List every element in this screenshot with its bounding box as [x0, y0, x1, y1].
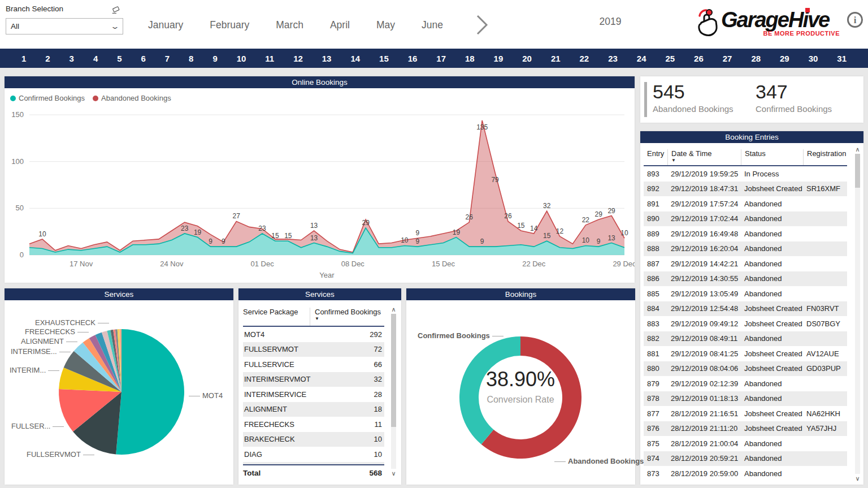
online-bookings-area-chart[interactable]: 05010015017 Nov24 Nov01 Dec08 Dec15 Dec2… — [5, 88, 635, 283]
day-filter-21[interactable]: 21 — [551, 54, 561, 63]
next-months-arrow-icon[interactable] — [474, 14, 489, 36]
day-filter-25[interactable]: 25 — [665, 54, 675, 63]
col-service-package[interactable]: Service Package — [243, 308, 310, 326]
cell: Abandoned — [741, 244, 803, 253]
online-bookings-panel: Online Bookings Confirmed Bookings Aband… — [5, 76, 635, 283]
day-filter-26[interactable]: 26 — [694, 54, 704, 63]
booking-entry-row-874[interactable]: 87428/12/2019 20:59:21Abandoned — [644, 451, 847, 467]
col-status[interactable]: Status — [741, 149, 803, 165]
day-filter-10[interactable]: 10 — [237, 54, 246, 63]
scroll-down-icon[interactable]: ∨ — [855, 476, 860, 481]
booking-entry-row-876[interactable]: 87628/12/2019 21:11:20Jobsheet CreatedYA… — [644, 421, 847, 437]
service-row-interimservice[interactable]: INTERIMSERVICE28 — [243, 387, 384, 402]
scroll-up-icon[interactable]: ∧ — [391, 306, 396, 312]
scroll-up-icon[interactable]: ∧ — [855, 146, 860, 152]
service-row-mot4[interactable]: MOT4292 — [243, 327, 384, 342]
booking-entry-row-877[interactable]: 87728/12/2019 21:16:51Jobsheet CreatedNA… — [644, 406, 847, 421]
day-filter-17[interactable]: 17 — [436, 54, 446, 63]
day-filter-11[interactable]: 11 — [265, 54, 274, 63]
month-filter-june[interactable]: June — [422, 19, 443, 31]
day-filter-20[interactable]: 20 — [522, 54, 532, 63]
booking-entry-row-892[interactable]: 89229/12/2019 18:47:31Jobsheet CreatedSR… — [644, 182, 847, 197]
col-datetime[interactable]: Date & Time▼ — [667, 149, 741, 165]
scrollbar-thumb[interactable] — [855, 154, 860, 188]
booking-entry-row-893[interactable]: 89329/12/2019 19:59:25In Process — [644, 166, 847, 182]
booking-entry-row-880[interactable]: 88029/12/2019 08:04:06Jobsheet CreatedGD… — [644, 361, 847, 377]
confirmed-count: 347 — [756, 81, 832, 103]
clear-filter-eraser-icon[interactable] — [111, 6, 121, 15]
month-filter-january[interactable]: January — [148, 19, 183, 31]
service-row-freechecks[interactable]: FREECHECKS11 — [243, 417, 384, 432]
day-filter-28[interactable]: 28 — [751, 54, 761, 63]
booking-entry-row-885[interactable]: 88529/12/2019 13:05:49Abandoned — [644, 286, 847, 301]
day-filter-27[interactable]: 27 — [723, 54, 732, 63]
booking-entry-row-878[interactable]: 87829/12/2019 01:18:13Abandoned — [644, 391, 847, 407]
col-confirmed-bookings[interactable]: Confirmed Bookings▼ — [310, 308, 384, 326]
col-entry[interactable]: Entry — [644, 149, 667, 165]
booking-entry-row-888[interactable]: 88829/12/2019 16:20:04Abandoned — [644, 241, 847, 257]
day-filter-22[interactable]: 22 — [580, 54, 589, 63]
month-filter-february[interactable]: February — [210, 19, 249, 31]
cell: GD03PUP — [803, 364, 847, 373]
booking-entry-row-889[interactable]: 88929/12/2019 16:49:48Abandoned — [644, 226, 847, 241]
cell: 883 — [644, 319, 667, 328]
service-row-interimservmot[interactable]: INTERIMSERVMOT32 — [243, 372, 384, 387]
booking-entries-scrollbar[interactable]: ∧ ∨ — [853, 146, 862, 481]
service-row-fullservmot[interactable]: FULLSERVMOT72 — [243, 342, 384, 357]
day-filter-15[interactable]: 15 — [379, 54, 389, 63]
abandoned-data-label: 26 — [504, 212, 512, 220]
pie-label-freechecks: FREECHECKS — [25, 327, 91, 336]
booking-entry-row-890[interactable]: 89029/12/2019 17:02:44Abandoned — [644, 211, 847, 227]
day-filter-7[interactable]: 7 — [165, 54, 170, 63]
month-filter-may[interactable]: May — [376, 19, 395, 31]
day-filter-2[interactable]: 2 — [45, 54, 50, 63]
day-filter-19[interactable]: 19 — [494, 54, 504, 63]
day-filter-12[interactable]: 12 — [293, 54, 303, 63]
day-filter-31[interactable]: 31 — [837, 54, 847, 63]
scroll-down-icon[interactable]: ∨ — [391, 470, 396, 476]
service-row-diag[interactable]: DIAG10 — [243, 447, 384, 462]
day-filter-29[interactable]: 29 — [780, 54, 789, 63]
booking-entry-row-879[interactable]: 87929/12/2019 02:12:39Abandoned — [644, 376, 847, 391]
scrollbar-thumb[interactable] — [391, 314, 396, 427]
info-icon[interactable]: i — [847, 12, 863, 28]
day-filter-4[interactable]: 4 — [93, 54, 98, 63]
x-tick: 17 Nov — [70, 260, 93, 268]
day-filter-16[interactable]: 16 — [408, 54, 418, 63]
day-filter-13[interactable]: 13 — [322, 54, 332, 63]
booking-entry-row-882[interactable]: 88229/12/2019 08:49:11Abandoned — [644, 331, 847, 347]
day-filter-6[interactable]: 6 — [141, 54, 145, 63]
day-filter-18[interactable]: 18 — [465, 54, 475, 63]
scrollbar-track[interactable] — [391, 314, 396, 469]
booking-entry-row-883[interactable]: 88329/12/2019 09:49:12Jobsheet CreatedDS… — [644, 316, 847, 331]
abandoned-area[interactable] — [29, 120, 624, 253]
service-row-alignment[interactable]: ALIGNMENT18 — [243, 402, 384, 417]
day-filter-14[interactable]: 14 — [350, 54, 360, 63]
day-filter-24[interactable]: 24 — [637, 54, 646, 63]
day-filter-30[interactable]: 30 — [809, 54, 818, 63]
scrollbar-track[interactable] — [855, 154, 860, 474]
pie-slice-mot4[interactable] — [116, 329, 184, 455]
cell: Abandoned — [741, 274, 803, 283]
month-filter-march[interactable]: March — [276, 19, 303, 31]
services-table-scrollbar[interactable]: ∧ ∨ — [389, 306, 398, 476]
booking-entry-row-886[interactable]: 88629/12/2019 14:30:55Abandoned — [644, 271, 847, 287]
service-row-brakecheck[interactable]: BRAKECHECK10 — [243, 432, 384, 447]
month-filter-april[interactable]: April — [330, 19, 350, 31]
col-registration[interactable]: Registration — [803, 149, 847, 165]
booking-entry-row-884[interactable]: 88429/12/2019 12:54:48Jobsheet CreatedFN… — [644, 301, 847, 317]
day-filter-1[interactable]: 1 — [21, 54, 26, 63]
booking-entry-row-891[interactable]: 89129/12/2019 17:57:24Abandoned — [644, 196, 847, 211]
day-filter-23[interactable]: 23 — [608, 54, 618, 63]
day-filter-5[interactable]: 5 — [117, 54, 121, 63]
service-row-fullservice[interactable]: FULLSERVICE66 — [243, 357, 384, 372]
booking-entry-row-873[interactable]: 87328/12/2019 20:59:00Abandoned — [644, 466, 847, 481]
year-filter[interactable]: 2019 — [588, 16, 633, 28]
booking-entry-row-881[interactable]: 88129/12/2019 08:41:25Jobsheet CreatedAV… — [644, 346, 847, 361]
day-filter-9[interactable]: 9 — [212, 54, 217, 63]
booking-entry-row-887[interactable]: 88729/12/2019 14:42:21Abandoned — [644, 256, 847, 271]
day-filter-8[interactable]: 8 — [189, 54, 193, 63]
booking-entry-row-875[interactable]: 87528/12/2019 21:00:04Abandoned — [644, 436, 847, 451]
day-filter-3[interactable]: 3 — [70, 54, 74, 63]
branch-dropdown[interactable]: All ⌄ — [6, 18, 123, 34]
